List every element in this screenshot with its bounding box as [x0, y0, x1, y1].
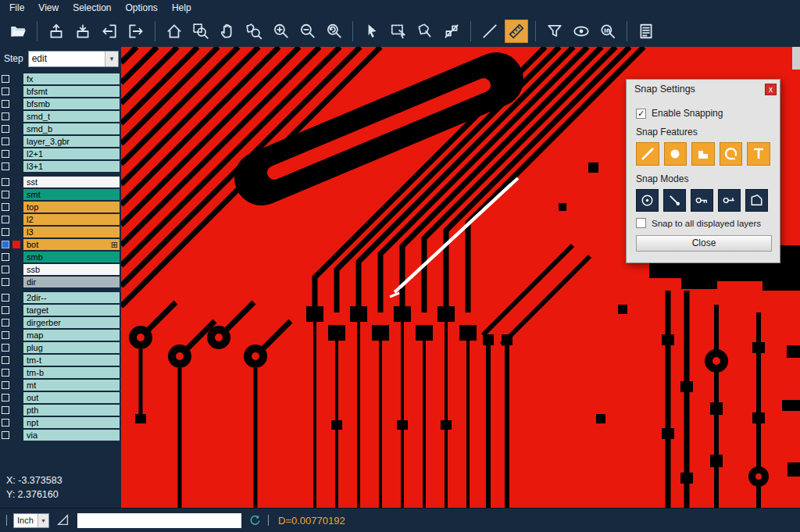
- layer-visibility-checkbox[interactable]: [2, 150, 9, 158]
- layer-name-label[interactable]: dirgerber: [23, 317, 120, 328]
- layer-row-bfsmt[interactable]: bfsmt: [2, 86, 121, 97]
- layer-row-l2+1[interactable]: l2+1: [2, 148, 121, 159]
- layer-name-label[interactable]: ssb: [23, 264, 120, 275]
- enable-snapping-checkbox[interactable]: [636, 109, 646, 119]
- layer-name-label[interactable]: tm-b: [23, 367, 120, 378]
- layer-name-label[interactable]: plug: [23, 342, 120, 353]
- snap-polygon-button[interactable]: [691, 142, 715, 166]
- layer-visibility-checkbox[interactable]: [2, 319, 9, 327]
- layer-visibility-checkbox[interactable]: [2, 178, 9, 186]
- layer-row-smd_b[interactable]: smd_b: [2, 123, 121, 134]
- layer-row-mt[interactable]: mt: [2, 380, 121, 391]
- layer-name-label[interactable]: l2+1: [23, 148, 120, 159]
- layer-visibility-checkbox[interactable]: [2, 278, 9, 286]
- toolbar-select-pointer-button[interactable]: [360, 20, 384, 43]
- toolbar-import-arrow-in-button[interactable]: [98, 20, 121, 43]
- layer-row-pth[interactable]: pth: [2, 405, 121, 416]
- layer-visibility-checkbox[interactable]: [2, 419, 9, 427]
- enable-snapping-row[interactable]: Enable Snapping: [636, 108, 770, 119]
- layer-visibility-checkbox[interactable]: [2, 112, 9, 120]
- toolbar-filter-button[interactable]: [543, 20, 566, 43]
- layer-row-bfsmb[interactable]: bfsmb: [2, 98, 121, 109]
- layer-row-plug[interactable]: plug: [2, 342, 121, 353]
- layer-row-top[interactable]: top: [2, 202, 121, 212]
- chevron-down-icon[interactable]: ▾: [105, 52, 118, 66]
- layer-visibility-checkbox[interactable]: [2, 406, 9, 414]
- layer-visibility-checkbox[interactable]: [2, 216, 9, 223]
- layer-name-label[interactable]: sst: [23, 177, 120, 187]
- layer-row-l2[interactable]: l2: [2, 214, 121, 225]
- chevron-down-icon[interactable]: ▾: [38, 514, 48, 527]
- layer-name-label[interactable]: layer_3.gbr: [23, 136, 120, 147]
- layer-row-smb[interactable]: smb: [2, 252, 121, 262]
- toolbar-zoom-area-button[interactable]: [189, 20, 212, 43]
- layer-visibility-checkbox[interactable]: [2, 331, 9, 339]
- layer-row-out[interactable]: out: [2, 392, 121, 403]
- layer-visibility-checkbox[interactable]: [2, 431, 9, 439]
- toolbar-select-rectangle-button[interactable]: [387, 20, 410, 43]
- layer-visibility-checkbox[interactable]: [2, 266, 9, 273]
- triangle-tool-icon[interactable]: [56, 513, 70, 527]
- snap-pad-button[interactable]: [664, 142, 688, 166]
- step-dropdown[interactable]: edit ▾: [28, 51, 119, 67]
- command-input[interactable]: [77, 513, 241, 528]
- layer-name-label[interactable]: map: [23, 330, 120, 341]
- mode-key-open-button[interactable]: [718, 189, 741, 212]
- layer-name-label[interactable]: 2dir--: [23, 292, 120, 303]
- layer-row-l3[interactable]: l3: [2, 227, 121, 237]
- snap-text-button[interactable]: [747, 142, 770, 166]
- layer-visibility-checkbox[interactable]: [2, 394, 9, 402]
- snap-line-button[interactable]: [636, 142, 659, 166]
- scrollbar-thumb[interactable]: [792, 47, 800, 70]
- toolbar-zoom-in-button[interactable]: [269, 20, 292, 43]
- layer-name-label[interactable]: fx: [23, 73, 120, 84]
- toolbar-measure-ruler-button[interactable]: [505, 20, 528, 43]
- layer-visibility-checkbox[interactable]: [2, 191, 9, 198]
- layer-name-label[interactable]: out: [23, 392, 120, 403]
- layer-visibility-checkbox[interactable]: [2, 75, 9, 83]
- layer-row-dir[interactable]: dir: [2, 277, 121, 287]
- mode-outline-button[interactable]: [745, 189, 768, 212]
- menu-selection[interactable]: Selection: [66, 1, 118, 15]
- layer-name-label[interactable]: via: [23, 430, 120, 441]
- layer-name-label[interactable]: tm-t: [23, 355, 120, 366]
- layer-name-label[interactable]: top: [23, 202, 120, 212]
- dialog-titlebar[interactable]: Snap Settings x: [627, 80, 780, 98]
- layer-row-layer_3.gbr[interactable]: layer_3.gbr: [2, 136, 121, 147]
- layer-row-tm-b[interactable]: tm-b: [2, 367, 121, 378]
- layer-name-label[interactable]: bfsmt: [23, 86, 120, 97]
- layer-visibility-checkbox[interactable]: [2, 253, 9, 261]
- layer-row-sst[interactable]: sst: [2, 177, 121, 187]
- unit-dropdown[interactable]: Inch ▾: [13, 513, 49, 528]
- layer-row-2dir--[interactable]: 2dir--: [2, 292, 121, 303]
- layer-visibility-checkbox[interactable]: [2, 137, 9, 145]
- layer-visibility-checkbox[interactable]: [2, 381, 9, 389]
- toolbar-report-button[interactable]: [634, 20, 658, 43]
- toolbar-export-arrow-out-button[interactable]: [124, 20, 148, 43]
- menu-file[interactable]: File: [2, 1, 31, 15]
- all-layers-checkbox[interactable]: [636, 218, 646, 228]
- layer-row-fx[interactable]: fx: [2, 73, 121, 84]
- layer-visibility-checkbox[interactable]: [2, 294, 9, 302]
- layer-row-npt[interactable]: npt: [2, 417, 121, 428]
- layer-visibility-checkbox[interactable]: [2, 100, 9, 108]
- layer-row-l3+1[interactable]: l3+1: [2, 161, 121, 172]
- toolbar-select-layers-button[interactable]: [440, 20, 463, 43]
- layer-name-label[interactable]: npt: [23, 417, 120, 428]
- toolbar-draw-line-button[interactable]: [478, 20, 502, 43]
- layer-row-target[interactable]: target: [2, 305, 121, 316]
- layer-name-label[interactable]: l3: [23, 227, 120, 237]
- layer-visibility-checkbox[interactable]: [2, 228, 9, 236]
- toolbar-pan-hand-button[interactable]: [216, 20, 239, 43]
- layer-name-label[interactable]: dir: [23, 277, 120, 287]
- layer-name-label[interactable]: bfsmb: [23, 98, 120, 109]
- layer-row-smt[interactable]: smt: [2, 189, 121, 200]
- toolbar-import-box-down-button[interactable]: [71, 20, 95, 43]
- layer-row-ssb[interactable]: ssb: [2, 264, 121, 275]
- toolbar-open-folder-button[interactable]: [6, 20, 30, 43]
- snap-arc-button[interactable]: [720, 142, 743, 166]
- toolbar-view-eye-button[interactable]: [570, 20, 593, 43]
- toolbar-select-polygon-button[interactable]: [413, 20, 437, 43]
- layer-visibility-checkbox[interactable]: [2, 203, 9, 211]
- layer-visibility-checkbox[interactable]: [2, 306, 9, 314]
